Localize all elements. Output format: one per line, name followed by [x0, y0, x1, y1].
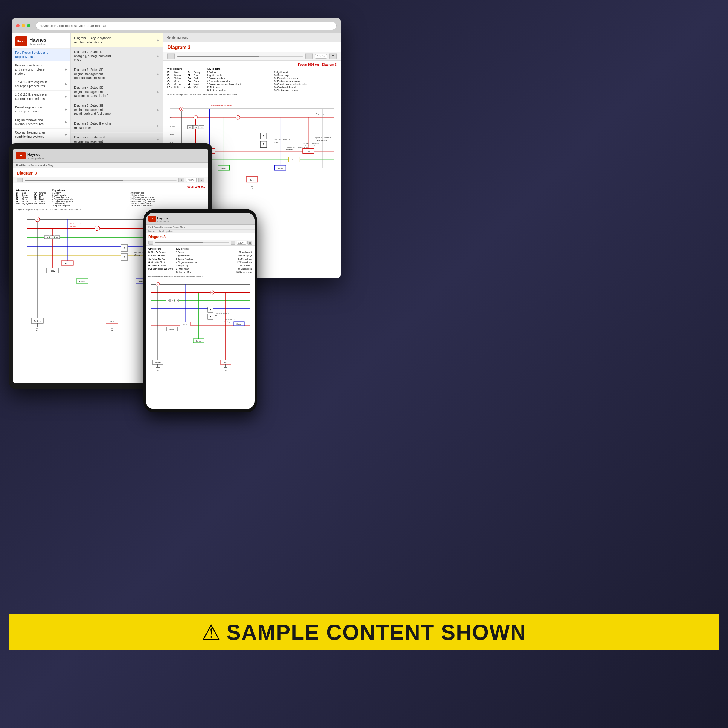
sidebar-item-routine-maintenance[interactable]: Routine maintenanceand servicing – diese…	[12, 61, 70, 78]
svg-text:Sensor: Sensor	[277, 167, 283, 169]
svg-text:Diagram 17, Arrow Gb: Diagram 17, Arrow Gb	[314, 137, 331, 139]
chevron-right-icon: ▶	[65, 68, 67, 72]
sidebar-item-14-16[interactable]: 1.4 & 1.6 litre engine in-car repair pro…	[12, 78, 70, 90]
tablet-breadcrumb-1: Ford Focus Service and	[16, 164, 45, 167]
phone-key-items-title: Key to items	[176, 247, 252, 251]
svg-text:Diagram 2, Arrow Cb: Diagram 2, Arrow Cb	[274, 138, 290, 140]
phone-wire-colours-title: Wire colours	[148, 247, 173, 251]
chevron-right-icon: ▶	[157, 138, 159, 141]
phone-breadcrumb: Ford Focus Service and Repair Ma...	[146, 225, 255, 229]
svg-text:Various locations,: Various locations,	[70, 223, 84, 225]
phone-zoom-in-button[interactable]: +	[231, 240, 236, 245]
svg-text:λ: λ	[210, 308, 211, 311]
phone-device: H Haynes shows you how Ford Focus Servic…	[144, 209, 257, 412]
phone-wiring-svg: Battery Relay ECU Sensor Inj 1 Sensor 1 …	[148, 278, 252, 374]
menu-item-diagram3[interactable]: Diagram 3: Zetec SEengine management(man…	[70, 65, 163, 83]
svg-text:Sensor: Sensor	[221, 167, 226, 169]
svg-text:F20: F20	[194, 126, 197, 128]
sidebar-item-engine-removal[interactable]: Engine removal andoverhaul procedures ▶	[12, 116, 70, 128]
zoom-level-display: 160%	[315, 54, 327, 58]
sidebar-item-label: Cooling, heating & airconditioning syste…	[15, 131, 45, 139]
haynes-brand-name: Haynes	[29, 37, 46, 43]
tablet-key-items-heading: Key to items	[52, 189, 205, 191]
fit-button[interactable]: ⊡	[329, 53, 336, 59]
svg-text:Diagram 2, Arrow Cb: Diagram 2, Arrow Cb	[215, 313, 229, 314]
sidebar-item-cooling[interactable]: Cooling, heating & airconditioning syste…	[12, 128, 70, 141]
phone-zoom-display: 160%	[237, 241, 246, 245]
sidebar-item-label: Engine removal andoverhaul procedures	[15, 118, 44, 126]
chevron-right-icon: ▶	[157, 124, 159, 128]
svg-text:Instruments: Instruments	[306, 145, 316, 147]
chevron-right-icon: ▶	[157, 72, 159, 76]
svg-text:F9: F9	[176, 300, 177, 301]
svg-text:Heating: Heating	[224, 321, 230, 323]
maximize-button[interactable]	[27, 24, 31, 28]
tablet-zoom-in-button[interactable]: +	[178, 177, 184, 182]
svg-text:27: 27	[237, 116, 239, 118]
sidebar-item-label: 1.4 & 1.6 litre engine in-car repair pro…	[15, 80, 48, 88]
sidebar-item-manual-title[interactable]: Ford Focus Service andRepair Manual	[12, 49, 70, 61]
menu-item-label: Diagram 6: Zetec E enginemanagement	[74, 122, 112, 130]
svg-text:λ: λ	[263, 142, 265, 146]
svg-text:ECU: ECU	[184, 323, 187, 325]
menu-item-diagram5[interactable]: Diagram 5: Zetec SEengine management(con…	[70, 101, 163, 119]
tablet-zoom-display: 160%	[186, 178, 197, 182]
minimize-button[interactable]	[21, 24, 25, 28]
warning-icon: ⚠	[202, 622, 220, 643]
menu-item-diagram2[interactable]: Diagram 2: Starting,charging, airbag, ho…	[70, 47, 163, 65]
svg-text:F20: F20	[50, 237, 53, 239]
svg-text:Valve: Valve	[292, 159, 297, 161]
phone-screen: H Haynes shows you how Ford Focus Servic…	[146, 213, 255, 409]
phone-wire-colours: Wire colours Bl Blue Or Orange Br Brown …	[148, 247, 173, 274]
sidebar-item-18-20[interactable]: 1.8 & 2.0 litre engine in-car repair pro…	[12, 90, 70, 103]
phone-fit-button[interactable]: ⊡	[248, 240, 252, 245]
phone-content: Wire colours Bl Blue Or Orange Br Brown …	[146, 246, 255, 409]
chevron-right-icon: ▶	[65, 121, 67, 124]
sidebar-item-diesel[interactable]: Diesel engine in-carrepair procedures ▶	[12, 103, 70, 116]
address-bar[interactable]: haynes.com/ford-focus-service-repair-man…	[36, 21, 336, 30]
svg-text:Sensor: Sensor	[196, 340, 202, 342]
tablet-tagline: shows you how	[28, 157, 44, 160]
svg-text:E1: E1	[157, 370, 159, 372]
chevron-right-icon: ▶	[65, 83, 67, 86]
chevron-right-icon: ▶	[65, 133, 67, 136]
svg-text:F20: F20	[171, 300, 174, 301]
diagram-heading: Focus 1998 on – Diagram 3	[167, 63, 336, 66]
tablet-fit-button[interactable]: ⊡	[199, 177, 204, 182]
svg-text:Sensor: Sensor	[79, 281, 85, 282]
wire-colours-heading: Wire colours	[167, 67, 201, 70]
menu-item-diagram1[interactable]: Diagram 1: Key to symbolsand fuse alloca…	[70, 34, 163, 47]
svg-text:Ro: Ro	[170, 116, 172, 118]
sidebar-item-label: 1.8 & 2.0 litre engine in-car repair pro…	[15, 93, 48, 101]
svg-text:Arrow L: Arrow L	[70, 225, 76, 227]
haynes-logo-badge: Haynes	[15, 37, 28, 46]
diagram-caption: Engine management system Zetec SE models…	[167, 93, 336, 96]
svg-text:F9: F9	[57, 237, 58, 239]
url-text: haynes.com/ford-focus-service-repair-man…	[40, 24, 106, 28]
svg-text:λ: λ	[124, 246, 125, 250]
rendering-bar: Rendering: Auto	[163, 34, 341, 42]
zoom-out-button[interactable]: −	[167, 53, 174, 59]
svg-text:Diagram 14, 15,: Diagram 14, 15,	[224, 318, 235, 320]
svg-text:Relay: Relay	[50, 270, 55, 272]
zoom-in-button[interactable]: +	[306, 53, 313, 59]
svg-text:λ: λ	[210, 315, 211, 318]
menu-item-diagram4[interactable]: Diagram 4: Zetec SEengine management(aut…	[70, 83, 163, 101]
menu-item-label: Diagram 1: Key to symbolsand fuse alloca…	[74, 36, 112, 44]
svg-text:1: 1	[181, 108, 182, 110]
phone-zoom-out-button[interactable]: −	[148, 240, 153, 245]
svg-text:ECU: ECU	[65, 262, 69, 265]
tablet-wiring-legend: Wire colours BlBlueOrOrange BrBrownPkPin…	[16, 189, 205, 206]
menu-item-diagram6[interactable]: Diagram 6: Zetec E enginemanagement ▶	[70, 119, 163, 133]
svg-text:Inj 1: Inj 1	[224, 362, 228, 363]
sidebar-item-label: Routine maintenanceand servicing – diese…	[15, 63, 45, 76]
close-button[interactable]	[16, 24, 20, 28]
svg-text:Various locations, Arrow L: Various locations, Arrow L	[211, 104, 234, 106]
menu-item-label: Diagram 3: Zetec SEengine management(man…	[74, 68, 105, 80]
tablet-zoom-out-button[interactable]: −	[17, 177, 23, 182]
svg-text:λ: λ	[263, 134, 265, 138]
phone-legend: Wire colours Bl Blue Or Orange Br Brown …	[148, 247, 252, 274]
svg-text:Gn/Ge: Gn/Ge	[170, 125, 175, 127]
svg-text:Diagram 15, Arrow Gb: Diagram 15, Arrow Gb	[303, 142, 320, 144]
menu-item-label: Diagram 5: Zetec SEengine management(con…	[74, 104, 110, 116]
